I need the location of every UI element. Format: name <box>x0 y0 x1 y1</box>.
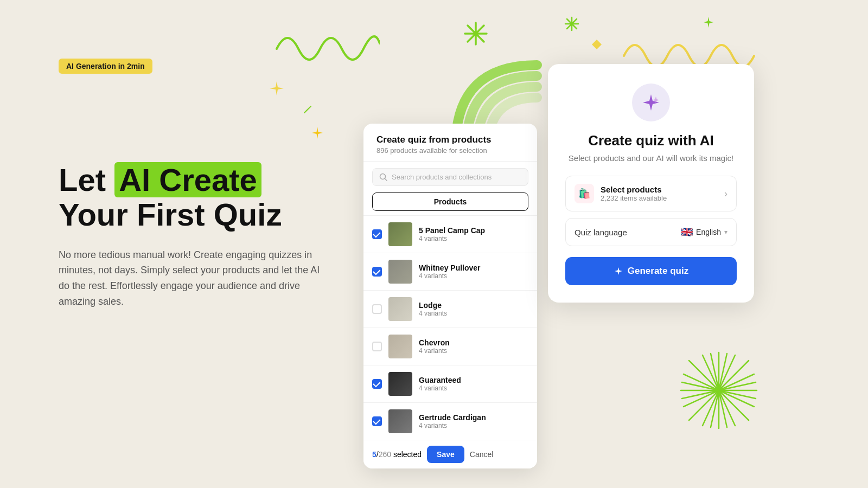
product-info: Chevron4 variants <box>419 338 528 355</box>
language-label: Quiz language <box>575 228 681 237</box>
product-checkbox[interactable] <box>372 379 382 389</box>
product-name: Gertrude Cardigan <box>419 413 528 422</box>
product-item[interactable]: 5 Panel Camp Cap4 variants <box>363 215 537 253</box>
sparkle-green-small <box>564 16 579 31</box>
product-info: Whitney Pullover4 variants <box>419 264 528 280</box>
product-checkbox[interactable] <box>372 267 382 277</box>
ai-sparkle-icon <box>641 92 661 113</box>
bag-icon: 🛍️ <box>575 184 594 203</box>
product-variants: 4 variants <box>419 422 528 429</box>
modal-footer: 5/260 selected Save Cancel <box>363 440 537 468</box>
language-row: Quiz language 🇬🇧 English ▾ <box>565 218 737 246</box>
search-bar[interactable]: Search products and collections <box>372 168 528 186</box>
svg-line-4 <box>689 361 749 420</box>
star-yellow-2 <box>703 16 714 28</box>
tab-products[interactable]: Products <box>372 192 528 211</box>
product-checkbox[interactable] <box>372 342 382 351</box>
sunburst-deco <box>675 347 762 434</box>
svg-line-10 <box>711 354 727 427</box>
chevron-down-icon: ▾ <box>724 228 727 236</box>
total-number: 260 <box>379 450 391 459</box>
product-variants: 4 variants <box>419 384 528 392</box>
star-yellow-1 <box>269 80 285 97</box>
product-name: Whitney Pullover <box>419 264 528 272</box>
hero-subtext: No more tedious manual work! Create enga… <box>59 247 330 310</box>
product-info: 5 Panel Camp Cap4 variants <box>419 226 528 242</box>
sparkle-btn-icon <box>614 266 623 276</box>
ai-icon-container <box>632 84 670 121</box>
product-checkbox[interactable] <box>372 416 382 426</box>
ai-modal: Create quiz with AI Select products and … <box>548 64 754 303</box>
product-name: Chevron <box>419 338 528 347</box>
product-thumbnail <box>388 260 412 284</box>
product-list: 5 Panel Camp Cap4 variantsWhitney Pullov… <box>363 215 537 440</box>
svg-line-8 <box>703 355 735 426</box>
ai-modal-subtitle: Select products and our AI will work its… <box>565 153 737 163</box>
product-thumbnail <box>388 297 412 321</box>
language-selector[interactable]: 🇬🇧 English ▾ <box>681 226 727 238</box>
product-info: Gertrude Cardigan4 variants <box>419 413 528 429</box>
ai-modal-title: Create quiz with AI <box>565 132 737 149</box>
product-info: Guaranteed4 variants <box>419 376 528 392</box>
product-item[interactable]: Lodge4 variants <box>363 290 537 328</box>
chevron-right-icon: › <box>724 188 727 200</box>
svg-line-14 <box>385 179 387 181</box>
product-variants: 4 variants <box>419 347 528 355</box>
svg-line-9 <box>682 382 756 399</box>
generate-btn-label: Generate quiz <box>628 266 688 277</box>
quiz-modal: Create quiz from products 896 products a… <box>363 124 537 468</box>
search-placeholder: Search products and collections <box>392 173 492 181</box>
svg-line-3 <box>689 361 749 420</box>
select-products-row[interactable]: 🛍️ Select products 2,232 items available… <box>565 176 737 211</box>
product-thumbnail <box>388 409 412 433</box>
select-products-text: Select products 2,232 items available <box>601 185 724 202</box>
sparkle-yellow <box>310 126 324 140</box>
hero-section: Let AI Create Your First Quiz No more te… <box>59 163 362 310</box>
product-thumbnail <box>388 222 412 246</box>
sparkle-green-large <box>464 22 488 46</box>
product-checkbox[interactable] <box>372 304 382 314</box>
selected-count: 5/260 selected <box>372 450 422 459</box>
product-variants: 4 variants <box>419 235 528 242</box>
product-item[interactable]: Whitney Pullover4 variants <box>363 253 537 290</box>
svg-line-7 <box>684 374 754 407</box>
product-variants: 4 variants <box>419 310 528 317</box>
wave-deco-green <box>271 22 380 65</box>
search-icon <box>379 173 387 181</box>
cancel-button[interactable]: Cancel <box>470 450 494 459</box>
language-text: English <box>696 228 721 236</box>
select-products-sub: 2,232 items available <box>601 194 724 202</box>
quiz-modal-title: Create quiz from products <box>376 134 524 145</box>
svg-line-5 <box>684 374 754 407</box>
hero-heading: Let AI Create Your First Quiz <box>59 163 362 232</box>
product-thumbnail <box>388 372 412 396</box>
tabs-row: Products <box>372 192 528 211</box>
flag-icon: 🇬🇧 <box>681 226 693 238</box>
product-info: Lodge4 variants <box>419 301 528 317</box>
svg-line-12 <box>711 354 727 427</box>
diamond-yellow <box>591 39 602 50</box>
product-checkbox[interactable] <box>372 229 382 239</box>
product-variants: 4 variants <box>419 272 528 280</box>
save-button[interactable]: Save <box>427 446 464 463</box>
product-item[interactable]: Gertrude Cardigan4 variants <box>363 402 537 440</box>
svg-line-6 <box>703 355 735 426</box>
selected-label: selected <box>393 450 422 459</box>
product-name: 5 Panel Camp Cap <box>419 226 528 235</box>
generate-quiz-button[interactable]: Generate quiz <box>565 257 737 285</box>
product-item[interactable]: Chevron4 variants <box>363 328 537 365</box>
quiz-modal-subtitle: 896 products available for selection <box>376 146 524 155</box>
svg-line-11 <box>682 382 756 399</box>
product-name: Guaranteed <box>419 376 528 384</box>
line-deco <box>304 106 311 113</box>
selected-number: 5 <box>372 450 376 459</box>
product-name: Lodge <box>419 301 528 310</box>
ai-badge: AI Generation in 2min <box>59 59 152 74</box>
svg-line-0 <box>304 106 311 113</box>
select-products-label: Select products <box>601 185 724 194</box>
product-thumbnail <box>388 335 412 358</box>
product-item[interactable]: Guaranteed4 variants <box>363 365 537 402</box>
quiz-modal-header: Create quiz from products 896 products a… <box>363 124 537 162</box>
